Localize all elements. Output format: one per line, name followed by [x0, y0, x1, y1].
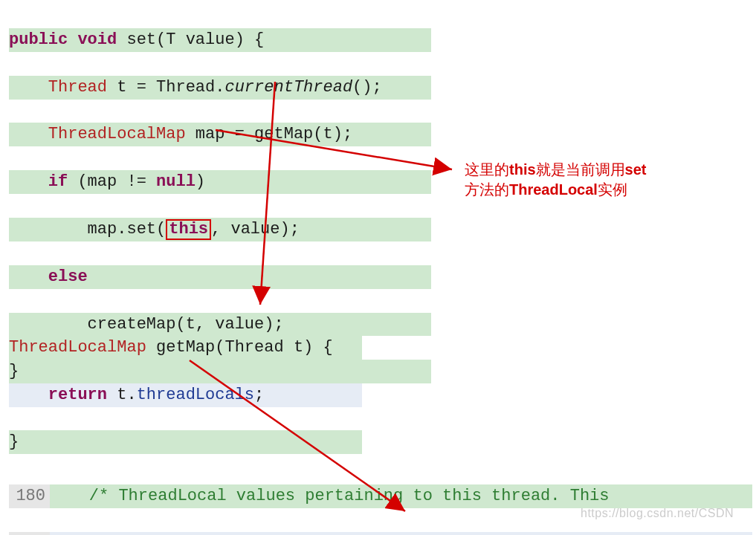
code-block-getmap: ThreadLocalMap getMap(Thread t) { return…	[9, 312, 362, 478]
anno-threadlocal: ThreadLocal	[509, 181, 598, 198]
var-t: t = Thread.	[107, 78, 224, 97]
this-highlight-box: this	[166, 219, 211, 240]
annotation-this: 这里的this就是当前调用set 方法的ThreadLocal实例	[465, 160, 646, 200]
type-threadlocalmap-2: ThreadLocalMap	[9, 338, 146, 357]
anno-1a: 这里的	[465, 161, 509, 178]
anno-this: this	[509, 161, 536, 178]
var-t-dot: t.	[107, 386, 137, 404]
cond-map: (map !=	[68, 172, 156, 191]
code-block-field: 180 /* ThreadLocal values pertaining to …	[9, 461, 752, 535]
keyword-public: public	[9, 30, 68, 49]
var-map: map =	[186, 125, 254, 143]
field-threadlocals: threadLocals	[137, 386, 254, 404]
keyword-return: return	[48, 386, 107, 404]
anno-set: set	[625, 161, 647, 178]
lineno-180: 180	[9, 484, 50, 508]
tail-3: )	[196, 172, 205, 191]
anno-2c: 实例	[598, 181, 627, 198]
method-name-getmap: getMap	[146, 338, 215, 357]
tail-1: ();	[352, 78, 382, 97]
comment-1: /* ThreadLocal values pertaining to this…	[50, 487, 610, 505]
keyword-this: this	[169, 220, 208, 239]
anno-1c: 就是当前调用	[536, 161, 625, 178]
type-thread: Thread	[48, 78, 107, 97]
keyword-else: else	[48, 268, 88, 286]
call-mapset-tail: , value);	[211, 220, 300, 239]
keyword-void: void	[77, 30, 117, 49]
call-mapset-pre: map.set(	[9, 220, 166, 239]
keyword-null-1: null	[156, 172, 196, 191]
tail-4: ;	[254, 386, 264, 404]
watermark: https://blog.csdn.net/CSDN	[581, 507, 734, 520]
keyword-if: if	[48, 172, 68, 191]
method-sig-set: (T value) {	[156, 30, 264, 49]
brace-close-2: }	[9, 432, 19, 451]
tail-2: (t);	[313, 125, 352, 143]
method-sig-getmap: (Thread t) {	[215, 338, 332, 357]
method-name-set: set	[126, 30, 156, 49]
call-currentthread: currentThread	[224, 78, 352, 97]
type-threadlocalmap: ThreadLocalMap	[48, 125, 186, 143]
lineno-181: 181	[9, 532, 50, 535]
call-getmap: getMap	[254, 125, 313, 143]
anno-2a: 方法的	[465, 181, 509, 198]
